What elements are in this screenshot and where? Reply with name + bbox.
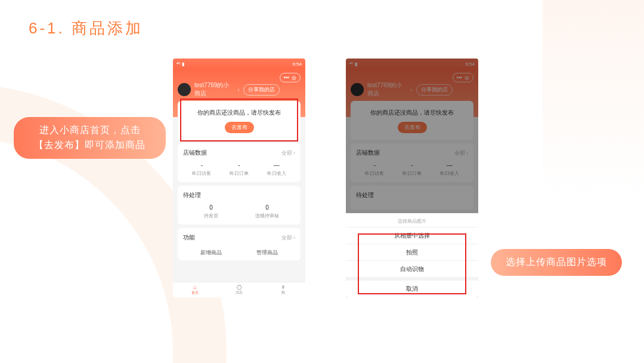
pending-card: 待处理 0待发货 0违规待审核 xyxy=(178,186,301,224)
shop-name[interactable]: test7769的小商店 xyxy=(194,81,234,98)
store-data-all-link: 全部 › xyxy=(454,149,469,157)
miniprogram-capsule[interactable]: •••◎ xyxy=(280,73,301,82)
share-button[interactable]: 分享我的店 xyxy=(243,84,280,96)
signal-icon: ⁴ᴳ ▮ xyxy=(349,61,357,67)
stat-income: —昨日收入 xyxy=(258,162,295,177)
share-button: 分享我的店 xyxy=(416,84,453,96)
annotation-right: 选择上传商品图片选项 xyxy=(491,249,622,276)
annotation-left: 进入小商店首页，点击 【去发布】即可添加商品 xyxy=(14,117,166,159)
signal-icon: ⁴ᴳ ▮ xyxy=(177,61,184,67)
func-manage-product[interactable]: 管理商品 xyxy=(239,247,295,259)
tab-messages[interactable]: ◌消息 xyxy=(217,282,261,297)
publish-card: 你的商店还没商品，请尽快发布 去发布 xyxy=(351,101,473,140)
phone-mock-left: ⁴ᴳ ▮ 9:54 •••◎ test7769的小商店 › 分享我的店 你的商店… xyxy=(173,59,305,297)
home-icon: ⌂ xyxy=(173,284,217,290)
publish-message: 你的商店还没商品，请尽快发布 xyxy=(357,109,467,117)
publish-message: 你的商店还没商品，请尽快发布 xyxy=(184,109,295,117)
func-add-product[interactable]: 新增商品 xyxy=(183,247,239,259)
store-data-card: 店铺数据 全部 › -昨日访客 -昨日订单 —昨日收入 xyxy=(178,143,301,182)
annotation-left-line2: 【去发布】即可添加商品 xyxy=(34,140,145,150)
function-all-link[interactable]: 全部 › xyxy=(281,234,296,242)
sheet-item-camera[interactable]: 拍照 xyxy=(346,244,478,260)
action-sheet: 选择商品图片 从相册中选择 拍照 自动识物 取消 xyxy=(346,213,478,297)
tab-me[interactable]: ♀我 xyxy=(261,282,305,297)
stat-visitors: -昨日访客 xyxy=(183,162,221,177)
store-data-title: 店铺数据 xyxy=(183,149,207,157)
shop-avatar xyxy=(351,83,364,96)
status-time: 9:54 xyxy=(292,61,302,67)
store-data-all-link[interactable]: 全部 › xyxy=(281,149,296,157)
chevron-right-icon: › xyxy=(237,87,239,93)
message-icon: ◌ xyxy=(217,284,261,290)
function-card: 功能 全部 › 新增商品 管理商品 xyxy=(178,228,301,260)
miniprogram-capsule[interactable]: •••◎ xyxy=(453,73,473,82)
status-time: 9:54 xyxy=(465,61,475,67)
stat-orders: -昨日订单 xyxy=(221,162,258,177)
pending-title: 待处理 xyxy=(356,191,374,199)
annotation-left-line1: 进入小商店首页，点击 xyxy=(39,125,141,135)
publish-button[interactable]: 去发布 xyxy=(225,122,254,133)
stat-to-ship: 0待发货 xyxy=(183,204,239,219)
publish-card: 你的商店还没商品，请尽快发布 去发布 xyxy=(178,101,301,140)
store-data-title: 店铺数据 xyxy=(356,149,380,157)
background-edge-right xyxy=(543,0,644,363)
shop-avatar[interactable] xyxy=(178,83,191,96)
shop-name: test7769的小商店 xyxy=(367,81,407,98)
function-title: 功能 xyxy=(183,233,195,242)
publish-button: 去发布 xyxy=(398,122,427,133)
sheet-item-album[interactable]: 从相册中选择 xyxy=(346,227,478,244)
tab-bar: ⌂首页 ◌消息 ♀我 xyxy=(173,282,305,297)
pending-card: 待处理 xyxy=(351,186,473,210)
status-bar: ⁴ᴳ ▮ 9:54 xyxy=(173,59,305,69)
status-bar: ⁴ᴳ ▮ 9:54 xyxy=(346,59,478,69)
phone-mock-right: ⁴ᴳ ▮ 9:54 •••◎ test7769的小商店 › 分享我的店 你的商店… xyxy=(346,59,478,297)
sheet-item-auto[interactable]: 自动识物 xyxy=(346,260,478,277)
store-data-card: 店铺数据 全部 › -昨日访客 -昨日订单 —昨日收入 xyxy=(351,143,473,182)
action-sheet-title: 选择商品图片 xyxy=(346,218,478,227)
person-icon: ♀ xyxy=(261,284,305,290)
pending-title: 待处理 xyxy=(183,191,201,199)
tab-home[interactable]: ⌂首页 xyxy=(173,282,217,297)
chevron-right-icon: › xyxy=(410,87,412,93)
stat-review: 0违规待审核 xyxy=(239,204,295,219)
phone-body: 你的商店还没商品，请尽快发布 去发布 店铺数据 全部 › -昨日访客 -昨日订单… xyxy=(173,97,305,283)
sheet-cancel-button[interactable]: 取消 xyxy=(346,281,478,297)
slide-title: 6-1. 商品添加 xyxy=(29,18,143,39)
